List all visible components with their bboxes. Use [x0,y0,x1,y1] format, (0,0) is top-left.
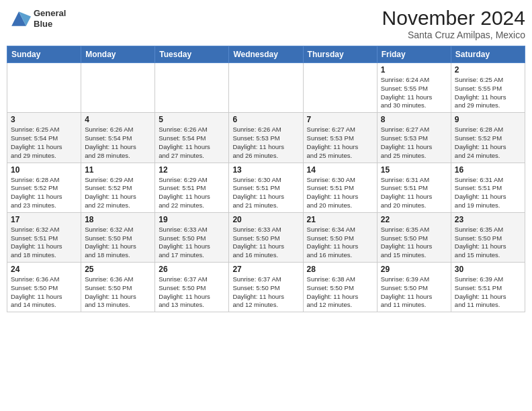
day-number: 16 [455,165,521,175]
calendar-cell: 12Sunrise: 6:29 AMSunset: 5:51 PMDayligh… [155,163,229,212]
day-number: 14 [307,165,373,175]
day-info: Sunrise: 6:26 AMSunset: 5:54 PMDaylight:… [159,126,225,160]
day-info: Sunrise: 6:29 AMSunset: 5:52 PMDaylight:… [85,176,151,210]
calendar-cell: 20Sunrise: 6:33 AMSunset: 5:50 PMDayligh… [229,212,303,262]
day-info: Sunrise: 6:35 AMSunset: 5:50 PMDaylight:… [381,226,447,260]
header: General Blue November 2024 Santa Cruz Am… [7,7,525,40]
day-number: 25 [85,265,151,274]
day-info: Sunrise: 6:27 AMSunset: 5:53 PMDaylight:… [307,126,373,160]
day-info: Sunrise: 6:32 AMSunset: 5:51 PMDaylight:… [11,226,77,260]
calendar-cell: 27Sunrise: 6:37 AMSunset: 5:50 PMDayligh… [229,263,303,312]
calendar-cell: 19Sunrise: 6:33 AMSunset: 5:50 PMDayligh… [155,212,229,262]
month-title: November 2024 [382,7,525,30]
calendar-cell: 8Sunrise: 6:27 AMSunset: 5:53 PMDaylight… [377,113,451,163]
calendar-cell: 17Sunrise: 6:32 AMSunset: 5:51 PMDayligh… [7,212,81,262]
day-info: Sunrise: 6:26 AMSunset: 5:53 PMDaylight:… [232,126,299,160]
weekday-header-thursday: Thursday [303,46,377,63]
day-number: 28 [307,265,373,274]
weekday-header-saturday: Saturday [451,46,525,63]
calendar-cell: 28Sunrise: 6:38 AMSunset: 5:50 PMDayligh… [303,263,377,312]
day-number: 11 [85,165,151,175]
day-number: 1 [381,65,447,75]
weekday-header-sunday: Sunday [7,46,81,63]
calendar-cell: 18Sunrise: 6:32 AMSunset: 5:50 PMDayligh… [81,212,155,262]
calendar-cell [7,63,81,113]
day-info: Sunrise: 6:39 AMSunset: 5:51 PMDaylight:… [455,275,521,310]
calendar-cell [303,63,377,113]
weekday-header-monday: Monday [81,46,155,63]
calendar-week-row: 3Sunrise: 6:25 AMSunset: 5:54 PMDaylight… [7,113,525,163]
weekday-header-tuesday: Tuesday [155,46,229,63]
calendar-cell: 1Sunrise: 6:24 AMSunset: 5:55 PMDaylight… [377,63,451,113]
day-number: 4 [85,115,151,124]
day-number: 12 [159,165,225,175]
calendar-cell: 3Sunrise: 6:25 AMSunset: 5:54 PMDaylight… [7,113,81,163]
day-number: 9 [455,115,521,124]
calendar-cell: 29Sunrise: 6:39 AMSunset: 5:50 PMDayligh… [377,263,451,312]
calendar-cell: 26Sunrise: 6:37 AMSunset: 5:50 PMDayligh… [155,263,229,312]
day-info: Sunrise: 6:24 AMSunset: 5:55 PMDaylight:… [381,76,447,110]
day-info: Sunrise: 6:32 AMSunset: 5:50 PMDaylight:… [85,226,151,260]
day-info: Sunrise: 6:36 AMSunset: 5:50 PMDaylight:… [11,275,77,310]
day-info: Sunrise: 6:25 AMSunset: 5:55 PMDaylight:… [455,76,521,110]
day-number: 24 [11,265,77,274]
day-info: Sunrise: 6:31 AMSunset: 5:51 PMDaylight:… [455,176,521,210]
day-info: Sunrise: 6:33 AMSunset: 5:50 PMDaylight:… [232,226,299,260]
calendar-cell: 30Sunrise: 6:39 AMSunset: 5:51 PMDayligh… [451,263,525,312]
logo-line1: General [34,8,66,19]
calendar-cell: 23Sunrise: 6:35 AMSunset: 5:50 PMDayligh… [451,212,525,262]
day-number: 5 [159,115,225,124]
day-number: 20 [232,215,299,224]
day-info: Sunrise: 6:26 AMSunset: 5:54 PMDaylight:… [85,126,151,160]
calendar-cell [81,63,155,113]
day-number: 13 [232,165,299,175]
day-number: 23 [455,215,521,224]
day-info: Sunrise: 6:29 AMSunset: 5:51 PMDaylight:… [159,176,225,210]
calendar-week-row: 1Sunrise: 6:24 AMSunset: 5:55 PMDaylight… [7,63,525,113]
day-number: 26 [159,265,225,274]
day-number: 3 [11,115,77,124]
day-info: Sunrise: 6:37 AMSunset: 5:50 PMDaylight:… [159,275,225,310]
page: General Blue November 2024 Santa Cruz Am… [0,0,532,411]
weekday-header-friday: Friday [377,46,451,63]
day-info: Sunrise: 6:39 AMSunset: 5:50 PMDaylight:… [381,275,447,310]
calendar-cell: 13Sunrise: 6:30 AMSunset: 5:51 PMDayligh… [229,163,303,212]
logo-line2: Blue [34,19,66,30]
day-info: Sunrise: 6:36 AMSunset: 5:50 PMDaylight:… [85,275,151,310]
day-info: Sunrise: 6:30 AMSunset: 5:51 PMDaylight:… [232,176,299,210]
calendar-cell: 15Sunrise: 6:31 AMSunset: 5:51 PMDayligh… [377,163,451,212]
calendar-cell: 10Sunrise: 6:28 AMSunset: 5:52 PMDayligh… [7,163,81,212]
calendar-cell: 5Sunrise: 6:26 AMSunset: 5:54 PMDaylight… [155,113,229,163]
logo: General Blue [7,7,66,31]
calendar-cell: 9Sunrise: 6:28 AMSunset: 5:52 PMDaylight… [451,113,525,163]
day-number: 18 [85,215,151,224]
day-number: 19 [159,215,225,224]
weekday-header-wednesday: Wednesday [229,46,303,63]
logo-text: General Blue [34,8,66,29]
day-number: 7 [307,115,373,124]
calendar-cell: 24Sunrise: 6:36 AMSunset: 5:50 PMDayligh… [7,263,81,312]
day-info: Sunrise: 6:25 AMSunset: 5:54 PMDaylight:… [11,126,77,160]
day-info: Sunrise: 6:33 AMSunset: 5:50 PMDaylight:… [159,226,225,260]
calendar-cell [155,63,229,113]
day-number: 15 [381,165,447,175]
day-number: 2 [455,65,521,75]
calendar-table: SundayMondayTuesdayWednesdayThursdayFrid… [7,46,525,312]
location-subtitle: Santa Cruz Amilpas, Mexico [382,30,525,40]
calendar-cell: 25Sunrise: 6:36 AMSunset: 5:50 PMDayligh… [81,263,155,312]
day-number: 29 [381,265,447,274]
day-number: 17 [11,215,77,224]
day-number: 8 [381,115,447,124]
day-info: Sunrise: 6:28 AMSunset: 5:52 PMDaylight:… [455,126,521,160]
day-info: Sunrise: 6:31 AMSunset: 5:51 PMDaylight:… [381,176,447,210]
day-number: 21 [307,215,373,224]
calendar-cell: 16Sunrise: 6:31 AMSunset: 5:51 PMDayligh… [451,163,525,212]
weekday-header-row: SundayMondayTuesdayWednesdayThursdayFrid… [7,46,525,63]
calendar-week-row: 24Sunrise: 6:36 AMSunset: 5:50 PMDayligh… [7,263,525,312]
day-number: 22 [381,215,447,224]
calendar-cell: 21Sunrise: 6:34 AMSunset: 5:50 PMDayligh… [303,212,377,262]
calendar-cell: 4Sunrise: 6:26 AMSunset: 5:54 PMDaylight… [81,113,155,163]
day-info: Sunrise: 6:28 AMSunset: 5:52 PMDaylight:… [11,176,77,210]
logo-icon [7,7,31,31]
calendar-week-row: 10Sunrise: 6:28 AMSunset: 5:52 PMDayligh… [7,163,525,212]
